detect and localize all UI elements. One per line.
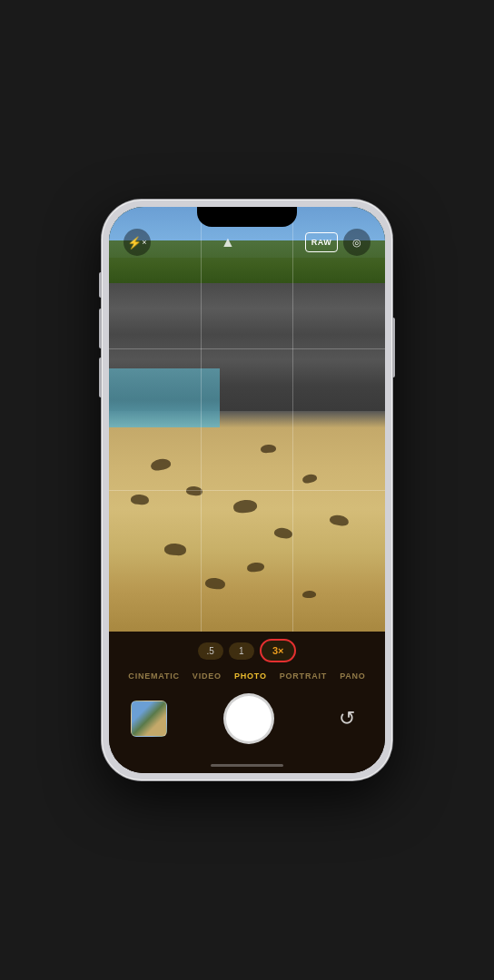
flash-button[interactable]: ⚡× (124, 229, 151, 256)
live-photo-button[interactable]: ◎ (343, 229, 370, 256)
volume-up-button[interactable] (99, 309, 102, 348)
turtle-11 (302, 590, 316, 598)
bottom-bar: .5 1 3× CINEMATIC VIDEO (109, 632, 385, 773)
mode-portrait[interactable]: PORTRAIT (280, 671, 327, 681)
sand-area (109, 427, 385, 632)
turtle-6 (163, 543, 186, 555)
chevron-up-icon: ▲ (221, 234, 235, 250)
last-photo-thumbnail[interactable] (131, 701, 167, 737)
water-area (109, 368, 220, 432)
mode-video[interactable]: VIDEO (193, 671, 222, 681)
viewfinder[interactable]: ⚡× ▲ RAW ◎ (109, 207, 385, 632)
home-bar (211, 764, 283, 767)
mode-selector: CINEMATIC VIDEO PHOTO PORTRAIT PANO (109, 668, 385, 686)
shutter-button[interactable] (223, 693, 274, 744)
flash-off-icon: ⚡× (127, 236, 146, 250)
shutter-row: ↺ (109, 686, 385, 757)
flip-camera-button[interactable]: ↺ (331, 702, 363, 735)
notch (197, 207, 297, 227)
power-button[interactable] (392, 318, 395, 377)
raw-button[interactable]: RAW (305, 232, 338, 252)
phone-frame: ⚡× ▲ RAW ◎ (102, 200, 392, 780)
camera-scene (109, 207, 385, 632)
zoom-3x-button[interactable]: 3× (260, 639, 297, 662)
live-photo-icon: ◎ (352, 237, 361, 249)
zoom-0-5x-button[interactable]: .5 (198, 642, 223, 660)
mode-pano[interactable]: PANO (340, 671, 366, 681)
home-indicator (109, 757, 385, 773)
mute-button[interactable] (99, 272, 102, 298)
volume-down-button[interactable] (99, 358, 102, 397)
zoom-1x-button[interactable]: 1 (229, 642, 254, 660)
zoom-controls: .5 1 3× (109, 632, 385, 668)
camera-screen: ⚡× ▲ RAW ◎ (109, 207, 385, 773)
top-controls: ⚡× ▲ RAW ◎ (109, 229, 385, 256)
exposure-arrow[interactable]: ▲ (221, 234, 235, 250)
mode-photo[interactable]: PHOTO (234, 671, 267, 681)
phone-screen: ⚡× ▲ RAW ◎ (109, 207, 385, 773)
rotate-icon: ↺ (339, 707, 355, 730)
mode-cinematic[interactable]: CINEMATIC (128, 671, 180, 681)
